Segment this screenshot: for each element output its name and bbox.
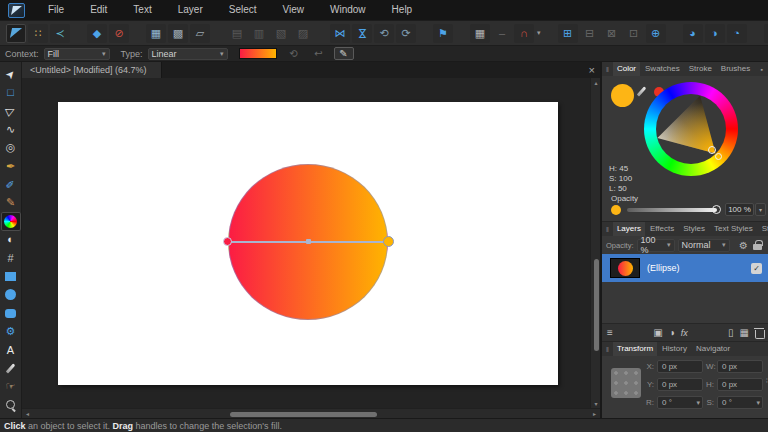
mask-layer-icon[interactable]: ▣ [653,328,662,338]
scroll-left-icon[interactable]: ◂ [26,409,29,419]
layer-stack-icon[interactable]: ≡ [607,328,613,338]
gradient-type-select[interactable]: Linear ▾ [148,48,228,60]
gradient-preview-swatch[interactable] [239,48,277,59]
export-persona-icon[interactable]: ≺ [50,24,70,43]
flip-horizontal-icon[interactable]: ⋈ [330,24,350,43]
menu-view[interactable]: View [270,0,318,20]
pixel-persona-icon[interactable]: ∷ [28,24,48,43]
selection-bounds-icon[interactable]: ▩ [168,24,188,43]
panel-collapse-handle[interactable]: ‖ [606,346,609,353]
color-wheel[interactable] [644,82,738,176]
artboard-tool[interactable]: □ [1,83,21,101]
document-tab[interactable]: <Untitled> [Modified] (64.7%) [22,62,162,78]
menu-layer[interactable]: Layer [165,0,216,20]
panel-collapse-handle[interactable]: ‖ [606,66,609,73]
gradient-start-handle[interactable] [223,237,232,246]
boolean-add-icon[interactable]: ⊞ [558,24,578,43]
opacity-slider-handle[interactable] [712,205,721,214]
view-tool[interactable]: ☞ [1,378,21,396]
transparency-tool[interactable]: ◐ [1,231,21,249]
field-input-w[interactable]: 0 px [717,360,763,373]
hue-ring-marker[interactable] [715,153,722,160]
new-layer-icon[interactable]: ▯ [728,328,734,338]
rotate-ccw-icon[interactable]: ⟲ [374,24,394,43]
scroll-up-icon[interactable]: ▴ [591,79,600,86]
layer-row[interactable]: (Ellipse) ✓ [602,254,768,282]
layers-tab-text-styles[interactable]: Text Styles [710,222,757,236]
transform-tab-transform[interactable]: Transform [613,342,657,356]
flip-vertical-icon[interactable]: ⋈ [352,24,372,43]
field-input-x[interactable]: 0 px [657,360,703,373]
panel-resize-grip[interactable]: ⁞ [766,376,767,385]
horizontal-scrollbar-thumb[interactable] [230,412,377,417]
shapes-tool[interactable]: ⚙ [1,322,21,340]
field-input-h[interactable]: 0 px [717,378,763,391]
color-picker-tool[interactable] [1,359,21,377]
point-transform-tool[interactable]: ◎ [1,139,21,157]
boolean-combine-icon[interactable]: ⊕ [646,24,666,43]
grid-icon[interactable]: ▦ [146,24,166,43]
text-tool[interactable]: A [1,341,21,359]
adjustment-layer-icon[interactable]: ◑ [669,328,675,338]
color-tab-brushes[interactable]: Brushes [717,62,754,76]
panel-collapse-handle[interactable]: ‖ [606,226,609,233]
blend-mode-select[interactable]: Normal ▾ [678,239,730,252]
fill-tool[interactable] [1,212,21,230]
opacity-dropdown-icon[interactable]: ▾ [755,203,766,216]
designer-persona-button[interactable] [6,24,26,43]
active-color-swatch[interactable] [611,84,634,107]
edit-gradient-icon[interactable]: ✎ [334,47,354,60]
color-tab-stroke[interactable]: Stroke [685,62,716,76]
geometry-merge-icon[interactable]: ◕ [683,24,703,43]
field-input-r[interactable]: 0 °▾ [657,396,703,409]
dropdown-caret[interactable]: ▾ [537,29,541,37]
anchor-point-selector[interactable] [611,368,641,398]
geometry-divide-icon[interactable]: ◔ [727,24,747,43]
pattern-layer-icon[interactable]: ▦ [740,328,749,338]
snapping-magnet-icon[interactable]: ∩ [514,24,534,43]
rotate-cw-icon[interactable]: ⟳ [396,24,416,43]
gradient-end-handle[interactable] [383,236,394,247]
layers-tab-styles[interactable]: Styles [679,222,709,236]
ellipse-tool[interactable] [1,286,21,304]
menu-text[interactable]: Text [120,0,164,20]
scroll-right-icon[interactable]: ▸ [593,409,596,419]
transform-tab-navigator[interactable]: Navigator [692,342,734,356]
context-select[interactable]: Fill ▾ [44,48,110,60]
corner-tool[interactable]: ∿ [1,120,21,138]
canvas[interactable]: ▴ ▾ [22,78,600,408]
transform-bounds-icon[interactable]: ▱ [190,24,210,43]
opacity-value[interactable]: 100 % [725,203,754,216]
gear-icon[interactable]: ⚙ [739,240,748,251]
triangle-marker[interactable] [708,146,716,154]
pen-tool[interactable]: ✒ [1,157,21,175]
layers-tab-stock[interactable]: Stock [758,222,768,236]
delete-layer-icon[interactable] [755,328,763,338]
menu-select[interactable]: Select [216,0,270,20]
gradient-midpoint-handle[interactable] [306,239,311,244]
transform-tab-history[interactable]: History [658,342,691,356]
lock-icon[interactable] [753,240,762,250]
scroll-down-icon[interactable]: ▾ [591,400,600,407]
pencil-tool[interactable]: ✏ [1,175,21,193]
snap-grid-icon[interactable]: ▦ [470,24,490,43]
geometry-overlap-icon[interactable]: ◑ [705,24,725,43]
account-icon[interactable] [764,24,768,43]
alignment-icon[interactable]: ⚑ [433,24,453,43]
rectangle-tool[interactable] [1,267,21,285]
menu-file[interactable]: File [35,0,77,20]
color-tab-color[interactable]: Color [613,62,640,76]
menu-edit[interactable]: Edit [77,0,120,20]
opacity-slider[interactable] [627,208,717,212]
insert-shape-icon[interactable]: ◆ [87,24,107,43]
style-none-icon[interactable]: ⊘ [109,24,129,43]
zoom-tool[interactable] [1,396,21,414]
vector-crop-tool[interactable]: # [1,249,21,267]
move-tool[interactable]: ➤ [1,65,21,83]
layer-opacity-select[interactable]: 100 % ▾ [637,239,675,252]
field-input-s[interactable]: 0 °▾ [717,396,763,409]
layers-tab-effects[interactable]: Effects [646,222,678,236]
node-tool[interactable]: ▷ [1,102,21,120]
horizontal-scrollbar[interactable]: ◂ ▸ [22,408,600,418]
close-icon[interactable]: × [589,65,595,75]
